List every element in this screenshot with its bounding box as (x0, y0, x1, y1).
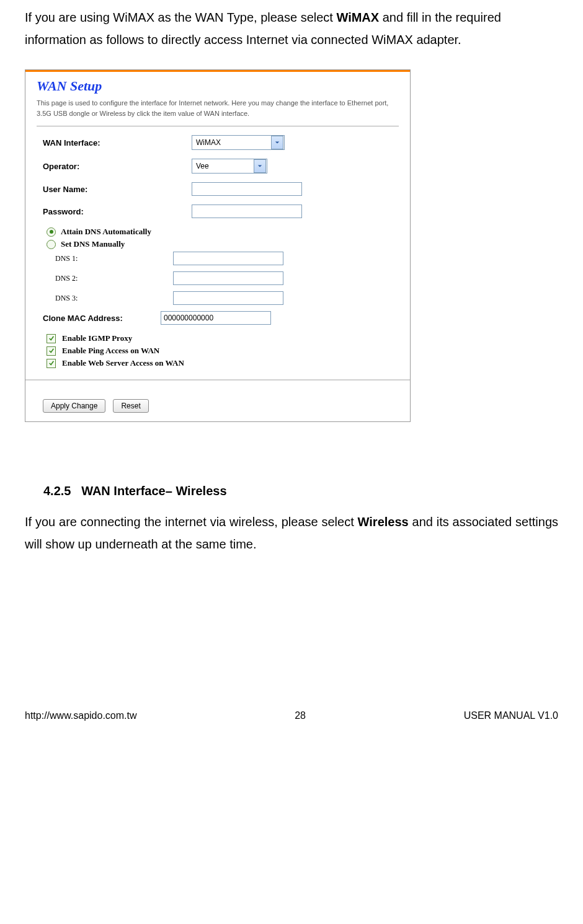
label-wan-interface: WAN Interface: (43, 138, 192, 147)
input-dns2[interactable] (173, 271, 283, 285)
section-pre: If you are connecting the internet via w… (25, 515, 358, 529)
label-web: Enable Web Server Access on WAN (62, 358, 184, 368)
label-igmp: Enable IGMP Proxy (62, 333, 132, 343)
radio-icon (47, 227, 56, 237)
row-dns1: DNS 1: (43, 252, 393, 265)
button-row: Apply Change Reset (25, 379, 410, 421)
label-dns-manual: Set DNS Manually (61, 239, 125, 249)
wan-form: WAN Interface: WiMAX Operator: Vee User … (25, 135, 410, 379)
row-wan-interface: WAN Interface: WiMAX (43, 135, 393, 150)
reset-button[interactable]: Reset (113, 399, 148, 413)
radio-icon (47, 240, 56, 249)
checkbox-icon (47, 334, 56, 343)
select-wan-value: WiMAX (192, 138, 223, 147)
checkbox-icon (47, 346, 56, 356)
section-number: 4.2.5 (43, 484, 71, 498)
row-username: User Name: (43, 182, 393, 196)
check-igmp[interactable]: Enable IGMP Proxy (43, 333, 393, 343)
label-ping: Enable Ping Access on WAN (62, 346, 159, 356)
label-dns-auto: Attain DNS Automatically (61, 227, 151, 237)
row-clone-mac: Clone MAC Address: (43, 311, 393, 325)
footer-url: http://www.sapido.com.tw (25, 710, 137, 721)
wan-setup-screenshot: WAN Setup This page is used to configure… (25, 69, 411, 422)
row-dns3: DNS 3: (43, 291, 393, 305)
row-operator: Operator: Vee (43, 159, 393, 174)
check-ping[interactable]: Enable Ping Access on WAN (43, 346, 393, 356)
apply-change-button[interactable]: Apply Change (43, 399, 105, 413)
input-dns1[interactable] (173, 252, 283, 265)
label-dns2: DNS 2: (43, 274, 173, 283)
section-paragraph: If you are connecting the internet via w… (25, 511, 558, 555)
chevron-down-icon (271, 136, 283, 149)
checkbox-icon (47, 359, 56, 368)
label-dns1: DNS 1: (43, 254, 173, 263)
label-password: Password: (43, 207, 192, 216)
wan-setup-title: WAN Setup (25, 72, 410, 98)
select-operator[interactable]: Vee (192, 159, 267, 174)
intro-paragraph: If you are using WiMAX as the WAN Type, … (25, 6, 558, 51)
section-title: WAN Interface– Wireless (81, 484, 226, 498)
footer-page: 28 (295, 710, 306, 721)
page-footer: http://www.sapido.com.tw 28 USER MANUAL … (25, 704, 558, 734)
section-bold: Wireless (358, 515, 409, 529)
label-username: User Name: (43, 185, 192, 194)
select-operator-value: Vee (192, 162, 211, 170)
radio-dns-auto[interactable]: Attain DNS Automatically (43, 227, 393, 237)
input-clone-mac[interactable] (161, 311, 271, 325)
radio-dns-manual[interactable]: Set DNS Manually (43, 239, 393, 249)
label-operator: Operator: (43, 162, 192, 171)
wan-setup-desc: This page is used to configure the inter… (25, 98, 410, 122)
input-dns3[interactable] (173, 291, 283, 305)
row-dns2: DNS 2: (43, 271, 393, 285)
label-dns3: DNS 3: (43, 294, 173, 303)
chevron-down-icon (254, 159, 266, 173)
label-clone-mac: Clone MAC Address: (43, 314, 161, 323)
input-password[interactable] (192, 205, 302, 218)
divider (37, 126, 399, 126)
input-username[interactable] (192, 182, 302, 196)
select-wan-interface[interactable]: WiMAX (192, 135, 285, 150)
section-heading: 4.2.5 WAN Interface– Wireless (43, 484, 558, 498)
footer-manual: USER MANUAL V1.0 (464, 710, 558, 721)
intro-bold: WiMAX (336, 11, 379, 24)
row-password: Password: (43, 205, 393, 218)
check-web[interactable]: Enable Web Server Access on WAN (43, 358, 393, 368)
intro-pre: If you are using WiMAX as the WAN Type, … (25, 11, 336, 24)
